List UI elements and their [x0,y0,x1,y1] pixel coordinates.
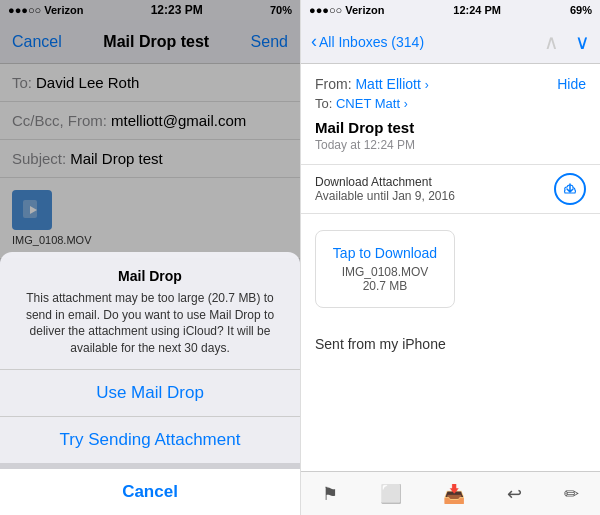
download-label: Download Attachment [315,175,455,189]
dialog-buttons: Use Mail Drop Try Sending Attachment [0,369,300,463]
dialog-message: This attachment may be too large (20.7 M… [16,290,284,357]
compose-icon[interactable]: ✏ [564,483,579,505]
from-label: From: [315,76,352,92]
email-header: From: Matt Elliott › Hide To: CNET Matt … [301,64,600,165]
right-status-bar: ●●●○○ Verizon 12:24 PM 69% [301,0,600,20]
flag-icon[interactable]: ⚑ [322,483,338,505]
dialog-title: Mail Drop [16,268,284,284]
dialog-content: Mail Drop This attachment may be too lar… [0,252,300,369]
hide-button[interactable]: Hide [557,76,586,92]
folder-icon[interactable]: ⬜ [380,483,402,505]
download-info: Download Attachment Available until Jan … [315,175,455,203]
reply-icon[interactable]: ↩ [507,483,522,505]
dialog-cancel-button[interactable]: Cancel [0,463,300,515]
down-arrow-icon[interactable]: ∨ [575,32,590,52]
tap-download-label: Tap to Download [330,245,440,261]
right-signal-text: ●●●○○ Verizon [309,4,384,16]
to-label: To: [315,96,332,111]
email-nav-bar: ‹ All Inboxes (314) ∧ ∨ [301,20,600,64]
email-toolbar: ⚑ ⬜ 📥 ↩ ✏ [301,471,600,515]
right-battery-text: 69% [570,4,592,16]
back-label: All Inboxes (314) [319,34,424,50]
try-sending-button[interactable]: Try Sending Attachment [0,417,300,463]
recipient-name[interactable]: CNET Matt [336,96,400,111]
email-view-panel: ●●●○○ Verizon 12:24 PM 69% ‹ All Inboxes… [300,0,600,515]
recipient-chevron: › [404,97,408,111]
mail-drop-dialog-overlay: Mail Drop This attachment may be too lar… [0,0,300,515]
nav-arrows: ∧ ∨ [544,32,590,52]
mail-drop-dialog: Mail Drop This attachment may be too lar… [0,252,300,515]
cloud-download-icon [562,181,578,197]
archive-icon[interactable]: 📥 [443,483,465,505]
sender-chevron: › [425,78,429,92]
to-row: To: CNET Matt › [315,96,586,111]
right-time-display: 12:24 PM [453,4,501,16]
up-arrow-icon[interactable]: ∧ [544,32,559,52]
download-filesize: 20.7 MB [330,279,440,293]
email-content: From: Matt Elliott › Hide To: CNET Matt … [301,64,600,471]
email-subject: Mail Drop test [315,119,586,136]
download-bar: Download Attachment Available until Jan … [301,165,600,214]
download-filename: IMG_0108.MOV [330,265,440,279]
tap-to-download-box[interactable]: Tap to Download IMG_0108.MOV 20.7 MB [315,230,455,308]
email-body-text: Sent from my iPhone [315,336,586,352]
sender-name[interactable]: Matt Elliott [355,76,420,92]
from-field: From: Matt Elliott › [315,76,429,92]
email-date: Today at 12:24 PM [315,138,586,152]
download-button[interactable] [554,173,586,205]
download-until: Available until Jan 9, 2016 [315,189,455,203]
back-button[interactable]: ‹ All Inboxes (314) [311,31,424,52]
chevron-left-icon: ‹ [311,31,317,52]
compose-panel: ●●●○○ Verizon 12:23 PM 70% Cancel Mail D… [0,0,300,515]
use-mail-drop-button[interactable]: Use Mail Drop [0,370,300,417]
from-row: From: Matt Elliott › Hide [315,76,586,92]
email-body: Sent from my iPhone [301,324,600,364]
